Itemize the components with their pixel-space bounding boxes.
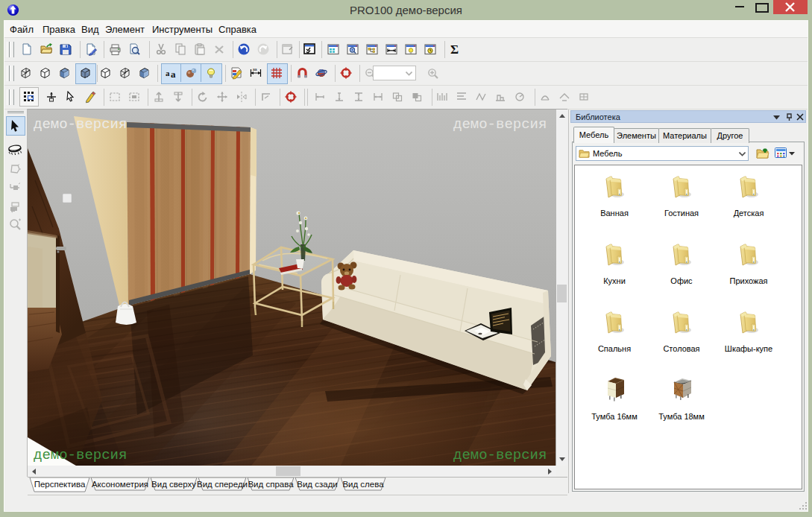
svg-text:демо-версия: демо-версия [453,447,547,463]
svg-text:Вид сзади: Вид сзади [297,480,338,489]
svg-text:Вид слева: Вид слева [342,480,384,489]
svg-text:Вид сверху: Вид сверху [151,480,196,489]
svg-text:демо-версия: демо-версия [34,447,127,463]
svg-text:демо-версия: демо-версия [453,116,547,133]
svg-text:Σ: Σ [450,43,459,56]
svg-text:Аксонометрия: Аксонометрия [92,480,148,489]
svg-text:a: a [171,69,176,79]
svg-text:Вид справа: Вид справа [248,480,294,489]
svg-text:демо-версия: демо-версия [34,116,127,133]
svg-text:Перспектива: Перспектива [34,480,86,489]
svg-text:aa: aa [253,67,257,72]
svg-text:Вид спереди: Вид спереди [197,480,248,489]
svg-text:a: a [166,69,170,77]
